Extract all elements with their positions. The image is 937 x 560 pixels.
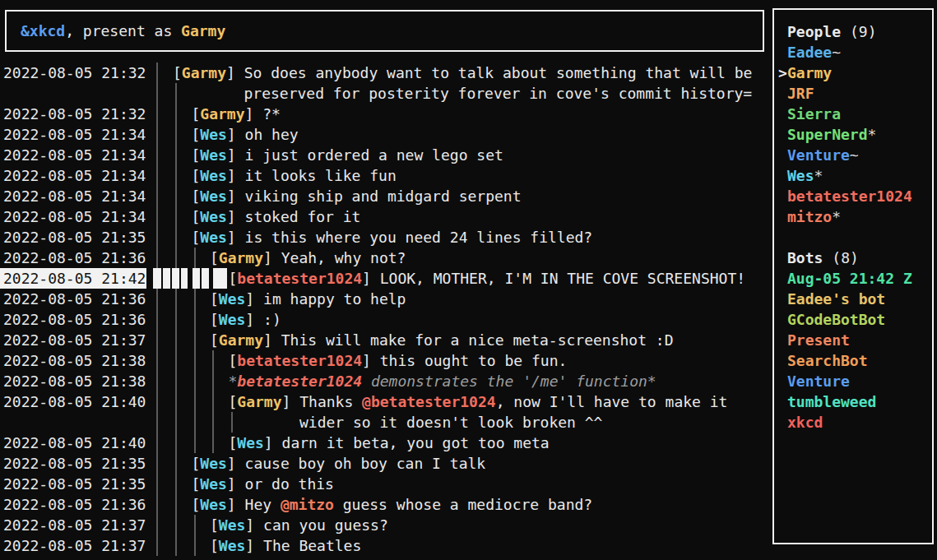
- bot-item-present[interactable]: Present: [778, 330, 932, 350]
- thread-guide: [156, 371, 158, 391]
- chat-line-wrap[interactable]: wider so it doesn't look broken ^^: [0, 412, 772, 433]
- message-text: Yeah, why not?: [281, 249, 406, 266]
- message-text: Thanks: [299, 393, 362, 410]
- chat-line[interactable]: 2022-08-05 21:37[Garmy] This will make f…: [0, 330, 772, 350]
- message-text: The Beatles: [263, 537, 361, 554]
- message: [Garmy] ?*: [192, 104, 281, 124]
- thread-guide: [175, 474, 177, 494]
- chat-line[interactable]: 2022-08-05 21:37[Wes] can you guess?: [0, 515, 772, 535]
- chat-line[interactable]: 2022-08-05 21:34[Wes] it looks like fun: [0, 165, 772, 186]
- timestamp: 2022-08-05 21:36: [3, 248, 146, 268]
- person-item-eadee[interactable]: Eadee~: [778, 42, 932, 62]
- chat-line[interactable]: 2022-08-05 21:34[Wes] stoked for it: [0, 206, 772, 227]
- thread-guide: [175, 83, 177, 104]
- message-text: [: [192, 187, 201, 205]
- bot-item-aug-05-21-42-z[interactable]: Aug-05 21:42 Z: [778, 268, 932, 289]
- message: [Wes] oh hey: [192, 124, 299, 145]
- thread-guide: [231, 412, 233, 433]
- message: [Wes] or do this: [192, 474, 334, 494]
- thread-guide: [212, 350, 214, 371]
- message-text: ]: [245, 537, 263, 554]
- bot-item-xkcd[interactable]: xkcd: [778, 412, 932, 433]
- thread-guide: [194, 289, 196, 309]
- chat-line[interactable]: 2022-08-05 21:36[Garmy] Yeah, why not?: [0, 248, 772, 268]
- timestamp: 2022-08-05 21:34: [3, 206, 146, 227]
- chat-line[interactable]: 2022-08-05 21:37[Wes] The Beatles: [0, 535, 772, 556]
- person-item-mitzo[interactable]: mitzo*: [778, 206, 932, 227]
- chat-line[interactable]: 2022-08-05 21:42[betatester1024] LOOK, M…: [0, 268, 772, 289]
- bot-name: SearchBot: [787, 352, 868, 369]
- timestamp: 2022-08-05 21:35: [3, 227, 146, 248]
- chat-line[interactable]: 2022-08-05 21:40[Garmy] Thanks @betatest…: [0, 391, 772, 412]
- chat-line[interactable]: 2022-08-05 21:35[Wes] is this where you …: [0, 227, 772, 248]
- chat-line[interactable]: 2022-08-05 21:38*betatester1024 demonstr…: [0, 371, 772, 391]
- timestamp: 2022-08-05 21:32: [3, 62, 146, 83]
- message: [Garmy] This will make for a nice meta-s…: [210, 330, 674, 350]
- chat-line[interactable]: 2022-08-05 21:38[betatester1024] this ou…: [0, 350, 772, 371]
- bot-name: Eadee's bot: [787, 290, 885, 308]
- nick: Garmy: [182, 64, 226, 81]
- message: wider so it doesn't look broken ^^: [299, 412, 602, 433]
- chat-line[interactable]: 2022-08-05 21:34[Wes] i just ordered a n…: [0, 145, 772, 165]
- message-text: [: [210, 331, 219, 349]
- message-text: [: [229, 270, 238, 287]
- chat-line[interactable]: 2022-08-05 21:32[Garmy] So does anybody …: [0, 62, 772, 83]
- person-item-supernerd[interactable]: SuperNerd*: [778, 124, 932, 145]
- chat-line[interactable]: 2022-08-05 21:40[Wes] darn it beta, you …: [0, 433, 772, 453]
- message-text: LOOK, MOTHER, I'M IN THE COVE SCREENSHOT…: [380, 270, 745, 287]
- timestamp: 2022-08-05 21:34: [3, 165, 146, 186]
- message-text: [: [210, 290, 219, 308]
- message-text: ]: [227, 208, 245, 225]
- message-text: ]: [245, 290, 263, 308]
- bot-item-tumbleweed[interactable]: tumbleweed: [778, 391, 932, 412]
- message-text: im happy to help: [263, 290, 406, 308]
- highlight-block: [172, 268, 179, 289]
- person-item-venture[interactable]: Venture~: [778, 145, 932, 165]
- bot-item-venture[interactable]: Venture: [778, 371, 932, 391]
- bot-item-gcodebotbot[interactable]: GCodeBotBot: [778, 309, 932, 330]
- person-item-wes[interactable]: Wes*: [778, 165, 932, 186]
- sidebar: People(9) Eadee~>Garmy JRF Sierra SuperN…: [772, 8, 934, 544]
- nick: Wes: [200, 126, 227, 143]
- message-text: [: [173, 64, 182, 81]
- thread-guide: [175, 535, 177, 556]
- message-text: ]: [226, 64, 244, 81]
- thread-guide: [194, 248, 196, 268]
- chat-line[interactable]: 2022-08-05 21:35[Wes] cause boy oh boy c…: [0, 453, 772, 474]
- chat-line[interactable]: 2022-08-05 21:32[Garmy] ?*: [0, 104, 772, 124]
- message-text: or do this: [245, 475, 334, 493]
- timestamp: 2022-08-05 21:40: [3, 391, 146, 412]
- thread-guide: [175, 289, 177, 309]
- person-name: betatester1024: [787, 187, 912, 205]
- message: preserved for posterity forever in cove'…: [244, 83, 753, 104]
- chat-line[interactable]: 2022-08-05 21:34[Wes] oh hey: [0, 124, 772, 145]
- thread-guide: [156, 515, 158, 535]
- chat-line[interactable]: 2022-08-05 21:34[Wes] viking ship and mi…: [0, 186, 772, 206]
- person-item-garmy[interactable]: >Garmy: [778, 62, 932, 83]
- message-text: ]: [282, 393, 300, 410]
- chat-line[interactable]: 2022-08-05 21:36[Wes] :): [0, 309, 772, 330]
- person-item-betatester1024[interactable]: betatester1024: [778, 186, 932, 206]
- thread-guide: [156, 206, 158, 227]
- thread-guide: [156, 412, 158, 433]
- chat-line[interactable]: 2022-08-05 21:36[Wes] Hey @mitzo guess w…: [0, 494, 772, 515]
- prefix-spacer: [778, 145, 787, 165]
- message: [Wes] viking ship and midgard serpent: [192, 186, 522, 206]
- thread-guide: [156, 453, 158, 474]
- message-text: i just ordered a new lego set: [245, 146, 503, 164]
- timestamp: 2022-08-05 21:35: [3, 453, 146, 474]
- chat-line[interactable]: 2022-08-05 21:35[Wes] or do this: [0, 474, 772, 494]
- person-item-sierra[interactable]: Sierra: [778, 104, 932, 124]
- chat-line-wrap[interactable]: preserved for posterity forever in cove'…: [0, 83, 772, 104]
- chat-line[interactable]: 2022-08-05 21:36[Wes] im happy to help: [0, 289, 772, 309]
- bot-item-eadee-s-bot[interactable]: Eadee's bot: [778, 289, 932, 309]
- message-text: So does anybody want to talk about somet…: [244, 64, 753, 81]
- person-item-jrf[interactable]: JRF: [778, 83, 932, 104]
- message-text: ]: [263, 331, 281, 349]
- prefix-spacer: [778, 83, 787, 104]
- nick: betatester1024: [237, 352, 362, 369]
- thread-guide: [175, 350, 177, 371]
- thread-guide: [175, 227, 177, 248]
- nick: Wes: [219, 311, 246, 328]
- bot-item-searchbot[interactable]: SearchBot: [778, 350, 932, 371]
